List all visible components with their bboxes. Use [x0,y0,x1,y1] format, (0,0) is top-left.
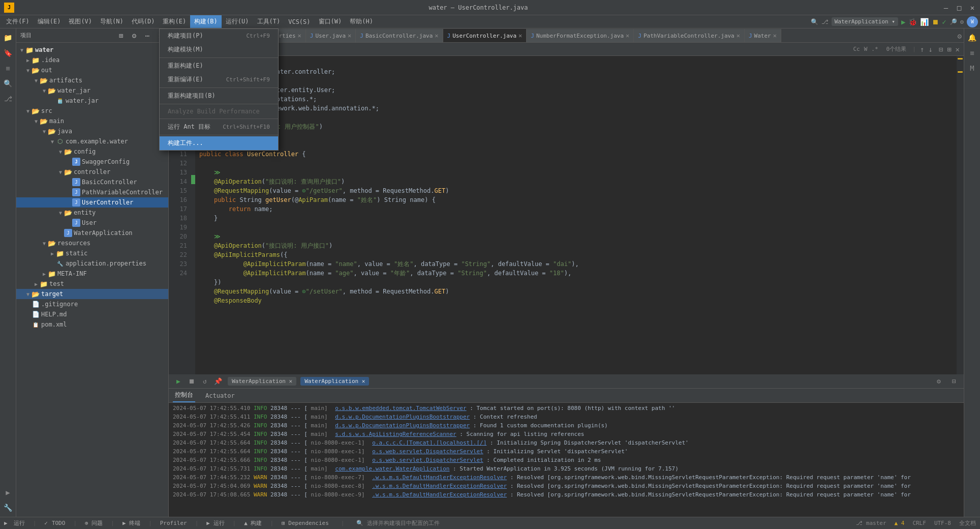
tree-item-target[interactable]: ▼ 📂 target [16,289,168,299]
maximize-button[interactable]: □ [956,4,963,11]
sidebar-more[interactable]: ⋯ [142,30,153,41]
statusbar-todo-label[interactable]: TODO [52,520,66,526]
menu-edit[interactable]: 编辑(E) [34,15,65,28]
toolbar-cc[interactable]: Cc [853,46,860,52]
run-pin-button[interactable]: 📌 [212,376,224,387]
activity-plugins[interactable]: 🔧 [1,501,15,515]
run-start-button[interactable]: ▶ [173,376,184,387]
menu-view[interactable]: 视图(V) [65,15,96,28]
activity-bookmark[interactable]: 🔖 [1,46,15,60]
tab-number-format[interactable]: J NumberFormatException.java ✕ [527,29,634,42]
tree-item-artifacts[interactable]: ▼ 📂 artifacts [16,75,168,85]
run-stop-button[interactable]: ⏹ [186,376,197,387]
statusbar-git[interactable]: ⎇ master [856,520,886,526]
run-water-app-1[interactable]: WaterApplication ✕ [228,377,296,386]
tree-item-main[interactable]: ▼ 📂 main [16,116,168,126]
tree-item-out[interactable]: ▼ 📂 out [16,65,168,75]
tree-item-basic-controller[interactable]: ▶ J BasicController [16,177,168,187]
tree-item-water-jar[interactable]: ▼ 📂 water_jar [16,85,168,96]
tree-item-entity[interactable]: ▼ 📂 entity [16,208,168,218]
menu-window[interactable]: 窗口(W) [315,15,346,28]
statusbar-run2-label[interactable]: ▶ 运行 [206,519,224,527]
build-menu-build-project[interactable]: 构建项目(P) Ctrl+F9 [160,29,278,43]
build-menu-build-artifacts[interactable]: 构建工件... [160,136,278,150]
tab-water[interactable]: J Water ✕ [745,29,781,42]
tab-path-variable[interactable]: J PathVariableController.java ✕ [634,29,745,42]
statusbar-terminal-label[interactable]: ▶ 终端 [122,519,140,527]
tab-user-controller[interactable]: J UserController.java ✕ [443,29,527,42]
tab-settings-button[interactable]: ⚙ [956,30,964,42]
build-status-button[interactable]: ✓ [942,18,946,26]
toolbar-w[interactable]: W [864,46,868,52]
build-menu-rebuild[interactable]: 重新构建(E) [160,59,278,73]
statusbar-problems-label[interactable]: ⊕ 问题 [85,519,103,527]
sidebar-collapse-all[interactable]: ⊞ [115,30,127,41]
statusbar-utf8[interactable]: UTF-8 [934,520,951,526]
menu-help[interactable]: 帮助(H) [346,15,377,28]
tree-item-user-controller[interactable]: ▶ J UserController [16,197,168,208]
tree-item-water[interactable]: ▼ 📁 water [16,45,168,55]
user-avatar[interactable]: W [967,16,978,27]
build-menu-analyze[interactable]: Analyze Build Performance [160,105,278,117]
tree-item-path-var-controller[interactable]: ▶ J PathVariableController [16,187,168,197]
menu-run[interactable]: 运行(U) [222,15,253,28]
run-button[interactable]: ▶ [901,18,905,26]
tree-item-user-entity[interactable]: ▶ J User [16,218,168,228]
subtab-console[interactable]: 控制台 [173,389,195,402]
close-button[interactable]: ✕ [969,4,976,11]
sidebar-settings[interactable]: ⚙ [129,30,140,41]
menu-navigate[interactable]: 导航(N) [96,15,128,28]
stop-button[interactable]: ⏹ [932,18,939,26]
statusbar-filetype[interactable]: 全文档 [959,519,976,527]
statusbar-warnings[interactable]: ▲ 4 [895,520,905,526]
build-menu-recompile[interactable]: 重新编译(E) Ctrl+Shift+F9 [160,73,278,86]
statusbar-run-icon[interactable]: ▶ [4,520,8,526]
menu-vcs[interactable]: VCS(S) [284,15,314,28]
tree-item-swagger-config[interactable]: ▶ J SwaggerConfig [16,157,168,167]
tab-user-java[interactable]: J User.java ✕ [306,29,356,42]
debug-button[interactable]: 🐞 [908,18,917,26]
statusbar-run-label[interactable]: 运行 [14,519,25,527]
header-git-button[interactable]: ⎇ [821,18,829,25]
right-notifications-button[interactable]: 🔔 [965,31,979,45]
statusbar-deps-label[interactable]: ⊞ Dependencies [282,520,329,526]
tree-item-meta-inf[interactable]: ▶ 📁 META-INF [16,269,168,279]
tree-item-package[interactable]: ▼ ⬡ com.example.water [16,136,168,146]
activity-structure[interactable]: ≡ [1,61,15,75]
activity-run-debug[interactable]: ▶ [1,485,15,499]
tree-item-resources[interactable]: ▼ 📂 resources [16,238,168,248]
menu-file[interactable]: 文件(F) [2,15,34,28]
menu-code[interactable]: 代码(D) [128,15,159,28]
subtab-actuator[interactable]: Actuator [203,389,237,402]
run-water-app-2[interactable]: WaterApplication ✕ [300,377,369,386]
right-maven-button[interactable]: M [965,61,979,75]
build-menu-ant-target[interactable]: 运行 Ant 目标 Ctrl+Shift+F10 [160,120,278,134]
next-result-button[interactable]: ↓ [928,45,932,53]
run-restart-button[interactable]: ↺ [199,376,210,387]
toolbar-regex[interactable]: .* [871,46,878,52]
tree-item-help-md[interactable]: ▶ 📄 HELP.md [16,309,168,319]
activity-search[interactable]: 🔍 [1,76,15,91]
prev-result-button[interactable]: ↑ [920,45,924,53]
settings-button[interactable]: ⚙ [960,18,964,25]
filter-button[interactable]: ⊟ [939,45,943,53]
tree-item-idea[interactable]: ▶ 📁 .idea [16,55,168,65]
tree-item-pom-xml[interactable]: ▶ 📋 pom.xml [16,319,168,330]
menu-tools[interactable]: 工具(T) [253,15,285,28]
minimize-button[interactable]: — [942,4,950,11]
statusbar-crlf[interactable]: CRLF [912,520,926,526]
run-settings-button[interactable]: ⚙ [933,376,944,387]
run-config-selector[interactable]: WaterApplication ▾ [832,17,898,26]
tree-item-config[interactable]: ▼ 📂 config [16,146,168,157]
tree-item-test[interactable]: ▶ 📁 test [16,279,168,289]
build-menu-rebuild-project[interactable]: 重新构建项目(B) [160,89,278,103]
tree-item-controller[interactable]: ▼ 📂 controller [16,167,168,177]
tree-item-app-props[interactable]: ▶ 🔧 application.properties [16,258,168,269]
profile-button[interactable]: 📊 [920,18,929,26]
activity-project[interactable]: 📁 [1,31,15,45]
statusbar-build-label[interactable]: ▲ 构建 [244,519,262,527]
tree-item-gitignore[interactable]: ▶ 📄 .gitignore [16,299,168,309]
run-panel-expand-button[interactable]: ⊟ [948,376,960,387]
activity-git[interactable]: ⎇ [1,92,15,106]
statusbar-todo-icon[interactable]: ✓ [44,520,48,526]
